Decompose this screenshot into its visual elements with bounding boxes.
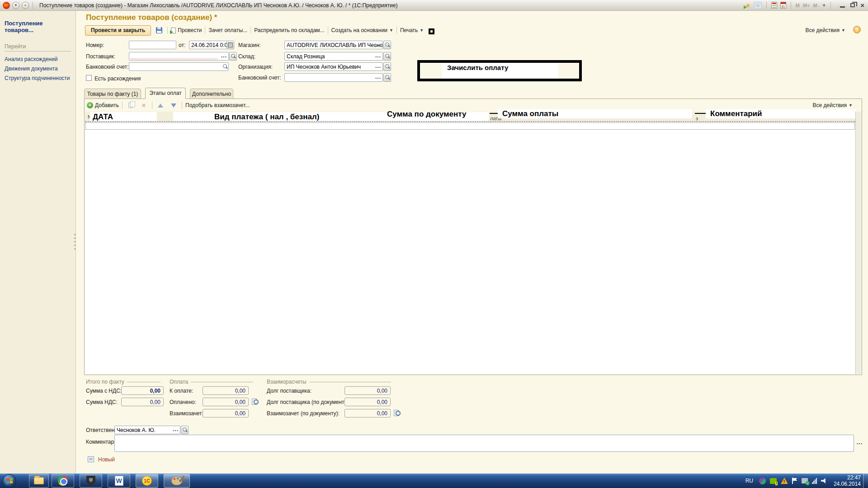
start-button[interactable] [3,474,16,488]
responsible-select-button[interactable]: ... [173,426,179,432]
offset-field[interactable]: 0,00 [203,409,249,418]
supplier-search-button[interactable] [229,52,237,61]
organization-select-button[interactable]: ... [375,63,381,69]
responsible-search-button[interactable] [181,426,189,434]
restore-button[interactable] [850,3,855,7]
taskbar-wot-button[interactable] [80,474,102,488]
store-search-button[interactable] [383,41,391,49]
calculator-icon[interactable] [771,2,777,9]
store-field[interactable]: AUTODRIVE ЛИХОСЛАВЛЬ ИП Чесно ... [284,41,383,49]
minimize-button[interactable] [840,6,845,8]
taskbar-word-button[interactable]: W [108,474,130,488]
print-button[interactable]: Печать▼ [400,27,424,33]
organization-label: Организация: [238,64,273,70]
discrepancies-checkbox[interactable] [86,75,92,81]
usb-tray-icon[interactable] [802,478,808,483]
save-button[interactable] [154,26,164,35]
sidebar-item-discrepancy-analysis[interactable]: Анализ расхождений [5,55,71,64]
tray-app-round-icon[interactable] [759,478,766,484]
sidebar-item-document-movements[interactable]: Движения документа [5,64,71,74]
add-row-button[interactable]: + Добавить [87,102,119,108]
show-desktop-button[interactable] [863,474,868,488]
supplier-debt-doc-field[interactable]: 0,00 [344,398,391,406]
distribute-by-warehouse-button[interactable]: Распределить по складам... [254,27,324,33]
all-actions-button[interactable]: Все действия ▼ [806,27,845,33]
comment-expand-button[interactable]: ... [857,439,863,446]
bank-account2-search-button[interactable] [383,73,391,82]
column-header-payment-type: Вид платежа ( нал , безнал) [214,113,319,122]
move-down-button[interactable] [169,101,179,110]
grid-empty-row[interactable] [85,122,855,130]
post-button[interactable]: Провести [171,27,202,33]
favorites-list-icon[interactable]: ★ [754,2,762,9]
clock-date: 24.06.2014 [834,481,861,487]
memory-recall-button[interactable]: M [796,3,800,8]
grid-body[interactable] [85,122,855,374]
delete-row-button[interactable]: ✕ [139,101,149,110]
offset-doc-field[interactable]: 0,00 [344,409,391,418]
tab-additional[interactable]: Дополнительно [190,89,233,99]
sidebar-document-link[interactable]: Поступление товаров... [5,20,71,33]
more-tools-caret-icon[interactable]: ▼ [822,3,826,8]
system-menu-button[interactable]: ▼ [12,2,19,9]
tab-payment-stages[interactable]: Этапы оплат [145,88,186,99]
sidebar-splitter[interactable] [74,234,75,249]
calendar-icon[interactable]: 31 [780,2,786,9]
store-select-button[interactable]: ... [375,41,381,47]
taskbar-explorer-button[interactable] [29,474,49,488]
bank-account-search-button[interactable] [221,63,228,70]
date-picker-button[interactable] [226,41,234,49]
warehouse-select-button[interactable]: ... [375,52,381,59]
paid-detail-icon[interactable] [251,398,259,405]
action-center-flag-icon[interactable] [792,478,797,484]
language-indicator[interactable]: RU [744,477,755,485]
payment-offset-button[interactable]: Зачет оплаты... [208,27,247,33]
supplier-select-button[interactable]: ... [221,52,227,59]
memory-plus-button[interactable]: M+ [803,3,810,8]
supplier-debt-field[interactable]: 0,00 [344,386,391,395]
add-favorite-icon[interactable]: ★ [745,2,751,9]
favorites-star-button[interactable]: ★ [22,2,29,9]
number-field[interactable] [129,41,176,49]
offset-doc-detail-icon[interactable] [393,409,401,417]
nvidia-tray-icon[interactable] [770,478,777,484]
clock[interactable]: 22:47 24.06.2014 [832,474,861,487]
taskbar-chrome-button[interactable] [52,474,74,488]
system-tray: RU ! [744,474,827,488]
grid-vertical-scrollbar[interactable] [855,112,861,374]
bank-account2-field[interactable]: ... [284,73,383,82]
taskbar-1c-button[interactable]: 1С [136,474,158,488]
sidebar-item-subordination-structure[interactable]: Структура подчиненности [5,74,71,83]
volume-icon[interactable] [821,478,827,483]
titlebar-tools: ★ ★ 31 M M+ M- ▼ × [745,2,865,9]
grid-all-actions-button[interactable]: Все действия ▼ [813,102,853,108]
paid-field[interactable]: 0,00 [203,398,249,406]
move-up-button[interactable] [156,101,165,110]
to-pay-field[interactable]: 0,00 [203,386,249,395]
warning-tray-icon[interactable]: ! [781,478,788,484]
help-button[interactable]: ? [853,26,861,33]
create-based-on-button[interactable]: Создать на основании▼ [331,27,393,33]
taskbar-paint-button[interactable] [164,474,190,488]
copy-row-button[interactable] [126,101,136,110]
warehouse-search-button[interactable] [383,52,391,61]
responsible-field[interactable]: Чесноков А. Ю. ... [114,426,180,434]
date-field[interactable]: 24.06.2014 0:00:00 [189,41,227,49]
network-signal-icon[interactable] [812,478,817,484]
tab-goods-by-fact[interactable]: Товары по факту (1) [84,89,141,99]
bank-account2-select-button[interactable]: ... [375,74,381,80]
grid-toolbar: + Добавить ✕ Подобрать взаимозачет... [87,100,250,110]
pick-offset-button[interactable]: Подобрать взаимозачет... [185,102,250,108]
organization-field[interactable]: ИП Чесноков Антон Юрьевич ... [284,62,383,71]
memory-minus-button[interactable]: M- [813,3,819,8]
comment-field[interactable] [114,435,854,452]
sum-with-vat-label: Сумма с НДС: [86,388,122,394]
bank-account-field[interactable] [129,62,229,71]
close-button[interactable]: × [860,2,864,9]
supplier-field[interactable]: ... [129,52,229,61]
sum-with-vat-field[interactable]: 0,00 [121,386,164,395]
sum-vat-field[interactable]: 0,00 [121,398,164,406]
organization-search-button[interactable] [383,62,391,71]
post-and-close-button[interactable]: Провести и закрыть [85,25,151,36]
warehouse-field[interactable]: Склад Розница ... [284,52,383,61]
